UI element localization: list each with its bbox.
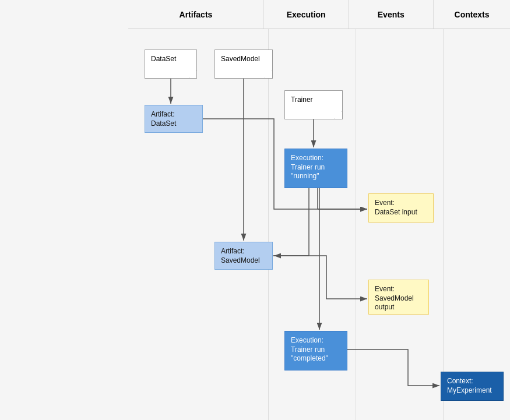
- context-myexperiment-node: Context: MyExperiment: [441, 372, 504, 401]
- artifacts-label: Artifacts: [180, 10, 213, 19]
- execution-completed-node: Execution: Trainer run "completed": [284, 331, 347, 370]
- contexts-label: Contexts: [455, 10, 490, 19]
- trainer-type-node: Trainer: [284, 90, 343, 119]
- events-label: Events: [378, 10, 405, 19]
- savedmodel-type-label: SavedModel: [221, 55, 260, 63]
- event-dataset-input-node: Event: DataSet input: [368, 193, 434, 223]
- dataset-type-label: DataSet: [151, 55, 176, 63]
- col-header-contexts: Contexts: [434, 0, 510, 29]
- divider-3: [443, 29, 444, 420]
- artifact-savedmodel-label: Artifact: SavedModel: [221, 247, 260, 264]
- context-myexperiment-label: Context: MyExperiment: [447, 377, 492, 394]
- dataset-type-node: DataSet: [145, 50, 197, 79]
- col-header-execution: Execution: [264, 0, 349, 29]
- artifact-dataset-label: Artifact: DataSet: [151, 110, 176, 128]
- divider-2: [356, 29, 356, 420]
- savedmodel-type-node: SavedModel: [214, 50, 273, 79]
- col-header-events: Events: [349, 0, 434, 29]
- event-dataset-input-label: Event: DataSet input: [375, 199, 417, 216]
- execution-running-label: Execution: Trainer run "running": [291, 154, 325, 180]
- artifact-savedmodel-node: Artifact: SavedModel: [214, 242, 273, 270]
- divider-1: [268, 29, 269, 420]
- event-savedmodel-output-node: Event: SavedModel output: [368, 280, 429, 315]
- diagram-container: Artifacts Execution Events Contexts: [0, 0, 510, 420]
- columns-header: Artifacts Execution Events Contexts: [128, 0, 510, 29]
- artifact-dataset-node: Artifact: DataSet: [145, 105, 203, 133]
- col-header-artifacts: Artifacts: [128, 0, 264, 29]
- execution-completed-label: Execution: Trainer run "completed": [291, 336, 328, 362]
- trainer-type-label: Trainer: [291, 96, 313, 104]
- execution-label: Execution: [287, 10, 326, 19]
- execution-running-node: Execution: Trainer run "running": [284, 149, 347, 188]
- event-savedmodel-output-label: Event: SavedModel output: [375, 285, 414, 311]
